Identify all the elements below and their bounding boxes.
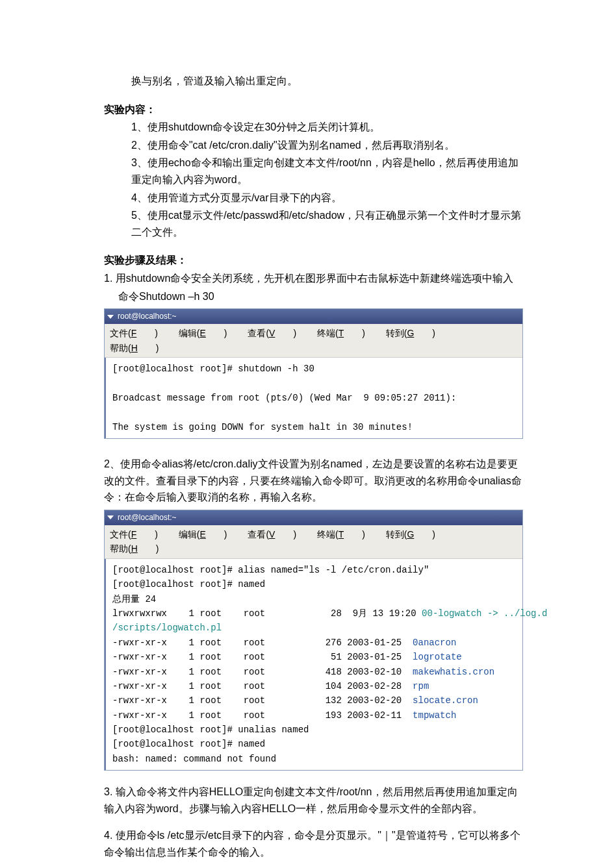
section-content-heading: 实验内容： [104,101,523,118]
terminal-window-2: root@localhost:~ 文件(F) 编辑(E) 查看(V) 终端(T)… [104,510,523,771]
menu-edit[interactable]: 编辑(E) [179,527,227,541]
menu-terminal[interactable]: 终端(T) [317,527,365,541]
terminal-body: [root@localhost root]# shutdown -h 30 Br… [105,358,522,438]
menu-view[interactable]: 查看(V) [248,527,296,541]
menu-help[interactable]: 帮助(H) [110,341,159,355]
window-title: root@localhost:~ [118,512,177,524]
window-title: root@localhost:~ [118,310,177,323]
intro-line: 换与别名，管道及输入输出重定向。 [131,73,523,90]
dropdown-icon [107,315,114,319]
section-steps-heading: 实验步骤及结果： [104,252,523,269]
menu-file[interactable]: 文件(F) [110,326,158,340]
content-item: 2、使用命令"cat /etc/cron.daliy"设置为别名named，然后… [131,137,523,154]
titlebar: root@localhost:~ [105,510,522,525]
step1-line2: 命令Shutdown –h 30 [118,288,523,305]
content-item: 5、使用cat显示文件/etc/passwd和/etc/shadow，只有正确显… [131,207,523,240]
menu-terminal[interactable]: 终端(T) [317,326,365,340]
step1-line1: 1. 用shutdown命令安全关闭系统，先开机在图形界面中右击鼠标选中新建终端… [104,270,523,287]
menu-file[interactable]: 文件(F) [110,527,158,541]
menu-view[interactable]: 查看(V) [248,326,296,340]
step2-text: 2、使用命令alias将/etc/cron.daliy文件设置为别名named，… [104,456,523,506]
step3-text: 3. 输入命令将文件内容HELLO重定向创建文本文件/root/nn，然后用然后… [104,784,523,817]
menubar: 文件(F) 编辑(E) 查看(V) 终端(T) 转到(G) 帮助(H) [105,525,522,559]
content-item: 4、使用管道方式分页显示/var目录下的内容。 [131,190,523,206]
menu-go[interactable]: 转到(G) [386,326,435,340]
menu-help[interactable]: 帮助(H) [110,541,159,556]
content-item: 1、使用shutdown命令设定在30分钟之后关闭计算机。 [131,119,523,136]
content-item: 3、使用echo命令和输出重定向创建文本文件/root/nn，内容是hello，… [131,155,523,188]
menu-edit[interactable]: 编辑(E) [179,326,227,340]
terminal-window-1: root@localhost:~ 文件(F) 编辑(E) 查看(V) 终端(T)… [104,308,523,439]
step4-text: 4. 使用命令ls /etc显示/etc目录下的内容，命令是分页显示。"｜"是管… [104,827,523,860]
menu-go[interactable]: 转到(G) [386,527,435,541]
titlebar: root@localhost:~ [105,309,522,324]
terminal-body: [root@localhost root]# alias named="ls -… [105,559,522,770]
menubar: 文件(F) 编辑(E) 查看(V) 终端(T) 转到(G) 帮助(H) [105,324,522,358]
dropdown-icon [107,515,114,519]
